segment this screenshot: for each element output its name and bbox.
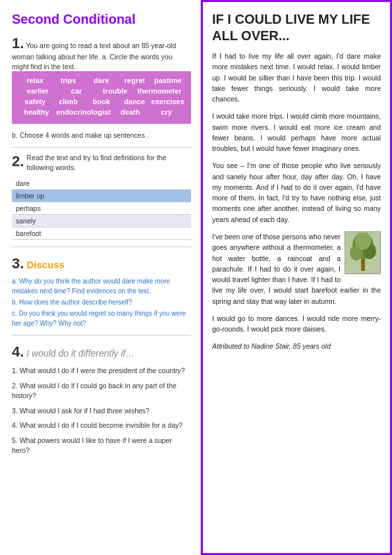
section-4: 4. I would do it differently if… 1. What… [12,343,191,455]
section-3-discuss: Discuss [27,259,65,270]
section-1: 1. You are going to read a text about an… [12,35,191,140]
def-row-limber: limber up [12,190,191,202]
word-pastime: pastime [152,76,184,84]
word-death: death [114,108,147,116]
divider-2 [12,247,191,247]
svg-rect-0 [361,259,365,271]
section-4-q3: 3. What would I ask for if I had three w… [12,406,191,416]
def-row-dare: dare [12,177,191,190]
def-word-limber: limber up [12,190,191,202]
word-thermometer: thermometer [137,87,181,95]
word-earlier: earlier [21,87,54,95]
section-4-q5: 5. What powers would I like to have if I… [12,436,191,455]
word-dare: dare [85,76,118,84]
def-word-perhaps: perhaps [12,202,191,215]
page-title: Second Conditional [12,12,191,27]
attribution: Attributed to Nadine Stair, 85 years old [212,341,381,351]
section-3-title: 3. Discuss [12,255,191,272]
section-3-number: 3. [12,255,24,272]
word-relax: relax [18,76,51,84]
word-healthy: healthy [20,108,53,116]
def-word-dare: dare [12,177,191,190]
word-row-3: safety climb book dance exercises [18,98,184,105]
section-4-title: 4. I would do it differently if… [12,343,191,361]
word-car: car [60,87,93,95]
word-regret: regret [118,76,151,84]
word-row-1: relax trips dare regret pastime [18,76,184,84]
word-exercises: exercises [152,98,184,105]
word-climb: climb [52,98,85,105]
right-para-5: I would go to more dances. I would ride … [212,313,381,335]
word-trips: trips [52,76,85,84]
word-book: book [85,98,118,105]
right-para-4-container: I've been one of those persons who never… [212,231,381,307]
word-row-2: earlier car trouble thermometer [18,87,184,95]
word-endocrinologist: endocrinologist [56,108,111,116]
section-2-intro: Read the text and try to find definition… [26,153,191,172]
right-panel: IF I COULD LIVE MY LIFE ALL OVER... If I… [201,0,392,555]
def-word-sanely: sanely [12,215,191,227]
right-para-1: If I had to live my life all over again,… [212,51,381,104]
def-row-barefoot: barefoot [12,227,191,240]
word-cry: cry [150,108,183,116]
section-3: 3. Discuss a. Why do you think the autho… [12,255,191,328]
discuss-q3: c. Do you think you would regret so many… [12,308,191,328]
right-para-3: You see – I'm one of those people who li… [212,160,381,225]
section-4-q1: 1. What would I do if I were the preside… [12,366,191,376]
section-1-instruction2: b. Choose 4 words and make up sentences … [12,131,149,139]
right-para-2: I would take more trips. I would climb m… [212,111,381,154]
section-2: 2. Read the text and try to find definit… [12,153,191,240]
definition-table: dare limber up perhaps sanely barefoot [12,177,191,240]
section-2-number: 2. [12,153,24,170]
word-safety: safety [18,98,51,105]
left-panel: Second Conditional 1. You are going to r… [0,0,201,555]
def-row-perhaps: perhaps [12,202,191,215]
discuss-q2: b. How does the author describe herself? [12,297,191,307]
word-trouble: trouble [99,87,132,95]
right-title: IF I COULD LIVE MY LIFE ALL OVER... [212,11,381,44]
section-1-number: 1. [12,35,24,51]
def-row-sanely: sanely [12,215,191,227]
section-4-q4: 4. What would I do if I could become inv… [12,421,191,430]
word-dance: dance [118,98,151,105]
word-box: relax trips dare regret pastime earlier … [12,71,191,124]
tree-image [345,231,381,274]
right-body: If I had to live my life all over again,… [212,51,381,352]
section-4-q2: 2. What would I do if I could go back in… [12,381,191,400]
divider-3 [12,335,191,336]
section-4-title-text: I would do it differently if… [26,348,134,359]
word-row-4: healthy endocrinologist death cry [18,108,184,116]
section-4-number: 4. [12,343,24,360]
divider-1 [12,147,191,148]
discuss-q1: a. Why do you think the author would dar… [12,276,191,296]
def-word-barefoot: barefoot [12,227,191,240]
